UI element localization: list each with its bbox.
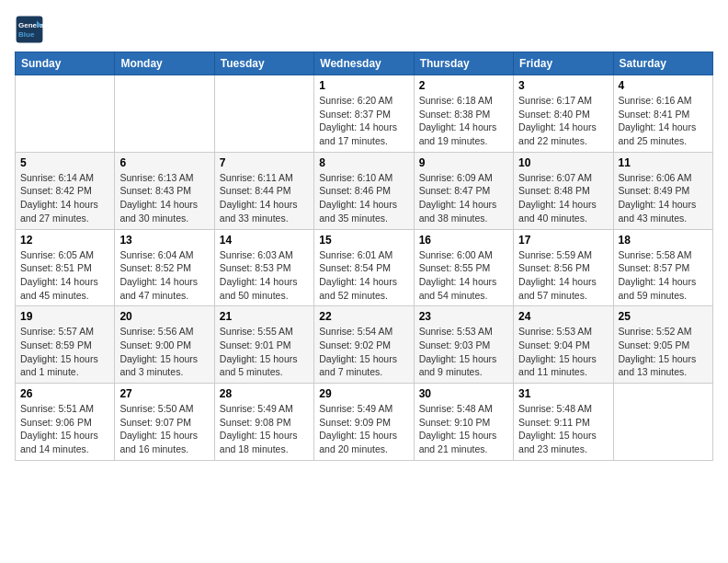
- day-info: Sunrise: 6:11 AM Sunset: 8:44 PM Dayligh…: [220, 171, 309, 225]
- calendar-cell: 4Sunrise: 6:16 AM Sunset: 8:41 PM Daylig…: [613, 75, 712, 153]
- calendar-cell: 31Sunrise: 5:48 AM Sunset: 9:11 PM Dayli…: [514, 384, 613, 461]
- day-info: Sunrise: 6:20 AM Sunset: 8:37 PM Dayligh…: [319, 94, 408, 148]
- day-number: 18: [619, 234, 708, 247]
- weekday-header-cell: Wednesday: [314, 52, 414, 75]
- calendar-cell: 15Sunrise: 6:01 AM Sunset: 8:54 PM Dayli…: [314, 229, 414, 306]
- calendar-cell: 17Sunrise: 5:59 AM Sunset: 8:56 PM Dayli…: [514, 229, 613, 306]
- day-number: 1: [319, 79, 408, 92]
- day-number: 25: [619, 310, 708, 323]
- day-info: Sunrise: 6:05 AM Sunset: 8:51 PM Dayligh…: [20, 248, 109, 303]
- day-number: 2: [419, 79, 508, 92]
- day-info: Sunrise: 5:53 AM Sunset: 9:04 PM Dayligh…: [518, 325, 608, 379]
- calendar-cell: 21Sunrise: 5:55 AM Sunset: 9:01 PM Dayli…: [214, 306, 313, 384]
- calendar-cell: 13Sunrise: 6:04 AM Sunset: 8:52 PM Dayli…: [115, 229, 214, 306]
- calendar-cell: [214, 75, 313, 153]
- day-number: 8: [319, 156, 408, 169]
- logo-icon: General Blue: [15, 15, 44, 44]
- day-number: 19: [20, 310, 109, 323]
- calendar-table: SundayMondayTuesdayWednesdayThursdayFrid…: [15, 52, 713, 461]
- day-number: 3: [518, 79, 608, 92]
- calendar-cell: 11Sunrise: 6:06 AM Sunset: 8:49 PM Dayli…: [613, 152, 712, 229]
- day-info: Sunrise: 6:03 AM Sunset: 8:53 PM Dayligh…: [220, 248, 309, 303]
- calendar-cell: 8Sunrise: 6:10 AM Sunset: 8:46 PM Daylig…: [314, 152, 414, 229]
- calendar-cell: 23Sunrise: 5:53 AM Sunset: 9:03 PM Dayli…: [414, 306, 513, 384]
- weekday-header-cell: Friday: [514, 52, 613, 75]
- calendar-cell: 7Sunrise: 6:11 AM Sunset: 8:44 PM Daylig…: [214, 152, 313, 229]
- day-number: 6: [119, 156, 209, 169]
- weekday-header-cell: Thursday: [414, 52, 513, 75]
- calendar-cell: 27Sunrise: 5:50 AM Sunset: 9:07 PM Dayli…: [115, 384, 214, 461]
- calendar-cell: 24Sunrise: 5:53 AM Sunset: 9:04 PM Dayli…: [514, 306, 613, 384]
- day-info: Sunrise: 6:00 AM Sunset: 8:55 PM Dayligh…: [419, 248, 508, 303]
- day-info: Sunrise: 5:48 AM Sunset: 9:11 PM Dayligh…: [518, 402, 608, 456]
- svg-text:Blue: Blue: [18, 30, 35, 39]
- day-number: 15: [319, 234, 408, 247]
- day-number: 5: [20, 156, 109, 169]
- day-info: Sunrise: 5:56 AM Sunset: 9:00 PM Dayligh…: [119, 325, 209, 379]
- logo: General Blue: [15, 15, 48, 44]
- calendar-cell: 14Sunrise: 6:03 AM Sunset: 8:53 PM Dayli…: [214, 229, 313, 306]
- calendar-week-row: 19Sunrise: 5:57 AM Sunset: 8:59 PM Dayli…: [16, 306, 713, 384]
- day-info: Sunrise: 5:50 AM Sunset: 9:07 PM Dayligh…: [119, 402, 209, 456]
- page-header: General Blue: [15, 15, 713, 44]
- day-info: Sunrise: 6:09 AM Sunset: 8:47 PM Dayligh…: [419, 171, 508, 225]
- calendar-cell: 28Sunrise: 5:49 AM Sunset: 9:08 PM Dayli…: [214, 384, 313, 461]
- weekday-header-cell: Saturday: [613, 52, 712, 75]
- weekday-header-cell: Sunday: [16, 52, 115, 75]
- weekday-header-cell: Tuesday: [214, 52, 313, 75]
- calendar-cell: 2Sunrise: 6:18 AM Sunset: 8:38 PM Daylig…: [414, 75, 513, 153]
- day-info: Sunrise: 6:07 AM Sunset: 8:48 PM Dayligh…: [518, 171, 608, 225]
- day-info: Sunrise: 5:49 AM Sunset: 9:09 PM Dayligh…: [319, 402, 408, 456]
- calendar-cell: 22Sunrise: 5:54 AM Sunset: 9:02 PM Dayli…: [314, 306, 414, 384]
- calendar-cell: 18Sunrise: 5:58 AM Sunset: 8:57 PM Dayli…: [613, 229, 712, 306]
- calendar-cell: 30Sunrise: 5:48 AM Sunset: 9:10 PM Dayli…: [414, 384, 513, 461]
- calendar-cell: 16Sunrise: 6:00 AM Sunset: 8:55 PM Dayli…: [414, 229, 513, 306]
- day-info: Sunrise: 5:54 AM Sunset: 9:02 PM Dayligh…: [319, 325, 408, 379]
- day-info: Sunrise: 5:51 AM Sunset: 9:06 PM Dayligh…: [20, 402, 109, 456]
- day-number: 29: [319, 387, 408, 400]
- calendar-cell: 9Sunrise: 6:09 AM Sunset: 8:47 PM Daylig…: [414, 152, 513, 229]
- calendar-body: 1Sunrise: 6:20 AM Sunset: 8:37 PM Daylig…: [16, 75, 713, 461]
- calendar-cell: 19Sunrise: 5:57 AM Sunset: 8:59 PM Dayli…: [16, 306, 115, 384]
- day-info: Sunrise: 5:55 AM Sunset: 9:01 PM Dayligh…: [220, 325, 309, 379]
- day-info: Sunrise: 5:59 AM Sunset: 8:56 PM Dayligh…: [518, 248, 608, 303]
- weekday-header-row: SundayMondayTuesdayWednesdayThursdayFrid…: [16, 52, 713, 75]
- day-number: 23: [419, 310, 508, 323]
- day-number: 30: [419, 387, 508, 400]
- day-info: Sunrise: 5:49 AM Sunset: 9:08 PM Dayligh…: [220, 402, 309, 456]
- day-info: Sunrise: 6:01 AM Sunset: 8:54 PM Dayligh…: [319, 248, 408, 303]
- day-info: Sunrise: 5:48 AM Sunset: 9:10 PM Dayligh…: [419, 402, 508, 456]
- day-number: 21: [220, 310, 309, 323]
- day-number: 11: [619, 156, 708, 169]
- day-number: 10: [518, 156, 608, 169]
- calendar-week-row: 12Sunrise: 6:05 AM Sunset: 8:51 PM Dayli…: [16, 229, 713, 306]
- calendar-cell: 29Sunrise: 5:49 AM Sunset: 9:09 PM Dayli…: [314, 384, 414, 461]
- day-number: 12: [20, 234, 109, 247]
- calendar-cell: 6Sunrise: 6:13 AM Sunset: 8:43 PM Daylig…: [115, 152, 214, 229]
- calendar-cell: 26Sunrise: 5:51 AM Sunset: 9:06 PM Dayli…: [16, 384, 115, 461]
- day-number: 16: [419, 234, 508, 247]
- day-number: 17: [518, 234, 608, 247]
- day-number: 28: [220, 387, 309, 400]
- calendar-cell: 12Sunrise: 6:05 AM Sunset: 8:51 PM Dayli…: [16, 229, 115, 306]
- calendar-cell: 20Sunrise: 5:56 AM Sunset: 9:00 PM Dayli…: [115, 306, 214, 384]
- day-number: 31: [518, 387, 608, 400]
- day-number: 14: [220, 234, 309, 247]
- calendar-cell: 5Sunrise: 6:14 AM Sunset: 8:42 PM Daylig…: [16, 152, 115, 229]
- day-number: 22: [319, 310, 408, 323]
- day-info: Sunrise: 6:10 AM Sunset: 8:46 PM Dayligh…: [319, 171, 408, 225]
- calendar-cell: 10Sunrise: 6:07 AM Sunset: 8:48 PM Dayli…: [514, 152, 613, 229]
- calendar-cell: 25Sunrise: 5:52 AM Sunset: 9:05 PM Dayli…: [613, 306, 712, 384]
- day-info: Sunrise: 6:13 AM Sunset: 8:43 PM Dayligh…: [119, 171, 209, 225]
- day-info: Sunrise: 5:58 AM Sunset: 8:57 PM Dayligh…: [619, 248, 708, 303]
- day-info: Sunrise: 6:14 AM Sunset: 8:42 PM Dayligh…: [20, 171, 109, 225]
- calendar-cell: [613, 384, 712, 461]
- day-info: Sunrise: 5:53 AM Sunset: 9:03 PM Dayligh…: [419, 325, 508, 379]
- calendar-cell: 1Sunrise: 6:20 AM Sunset: 8:37 PM Daylig…: [314, 75, 414, 153]
- day-info: Sunrise: 6:17 AM Sunset: 8:40 PM Dayligh…: [518, 94, 608, 148]
- calendar-cell: 3Sunrise: 6:17 AM Sunset: 8:40 PM Daylig…: [514, 75, 613, 153]
- calendar-week-row: 26Sunrise: 5:51 AM Sunset: 9:06 PM Dayli…: [16, 384, 713, 461]
- day-info: Sunrise: 6:06 AM Sunset: 8:49 PM Dayligh…: [619, 171, 708, 225]
- day-number: 27: [119, 387, 209, 400]
- calendar-week-row: 1Sunrise: 6:20 AM Sunset: 8:37 PM Daylig…: [16, 75, 713, 153]
